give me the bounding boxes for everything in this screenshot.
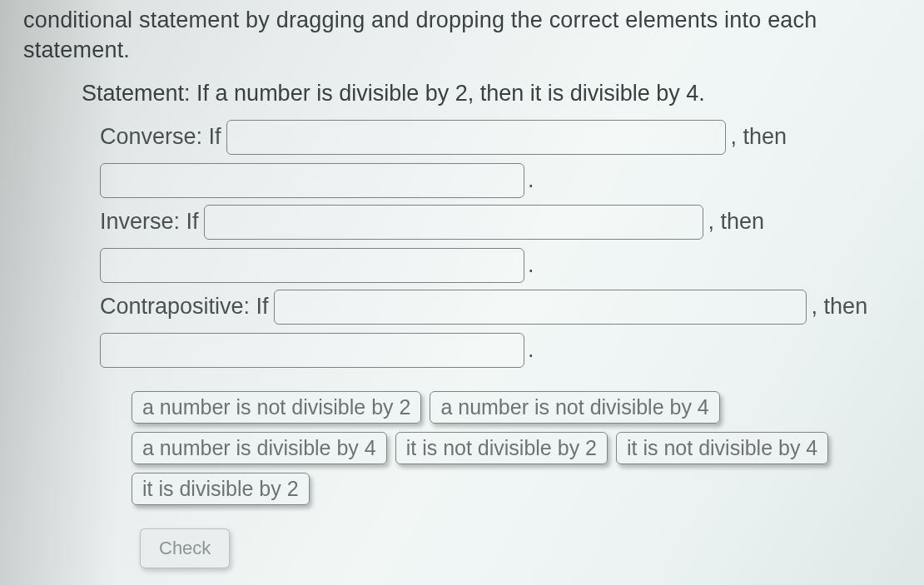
converse-row: Converse: If , then . <box>82 120 901 198</box>
converse-period: . <box>528 167 534 193</box>
option-chip[interactable]: it is divisible by 2 <box>132 473 310 505</box>
option-chip[interactable]: a number is divisible by 4 <box>132 432 387 464</box>
instructions-text: conditional statement by dragging and dr… <box>23 5 901 66</box>
inverse-label: Inverse: If <box>100 209 199 235</box>
inverse-period: . <box>528 252 534 278</box>
converse-label: Converse: If <box>100 124 221 150</box>
statement-block: Statement: If a number is divisible by 2… <box>23 81 901 568</box>
contrapositive-slot-1[interactable] <box>274 290 807 325</box>
options-bank: a number is not divisible by 2 a number … <box>82 391 901 505</box>
contrapositive-label: Contrapositive: If <box>100 294 269 320</box>
converse-slot-1[interactable] <box>226 120 726 155</box>
option-chip[interactable]: it is not divisible by 2 <box>395 432 608 464</box>
converse-then: , then <box>731 124 787 150</box>
converse-slot-2[interactable] <box>100 163 524 198</box>
original-statement: Statement: If a number is divisible by 2… <box>82 81 901 107</box>
inverse-row: Inverse: If , then . <box>82 205 901 283</box>
option-chip[interactable]: a number is not divisible by 4 <box>430 391 719 424</box>
contrapositive-slot-2[interactable] <box>100 333 524 368</box>
inverse-then: , then <box>708 209 765 235</box>
option-chip[interactable]: it is not divisible by 4 <box>616 432 828 464</box>
inverse-slot-2[interactable] <box>100 248 524 283</box>
check-button[interactable]: Check <box>140 528 230 568</box>
contrapositive-row: Contrapositive: If , then . <box>82 290 901 368</box>
contrapositive-then: , then <box>812 294 868 320</box>
inverse-slot-1[interactable] <box>204 205 703 240</box>
contrapositive-period: . <box>528 337 534 363</box>
option-chip[interactable]: a number is not divisible by 2 <box>132 391 421 424</box>
